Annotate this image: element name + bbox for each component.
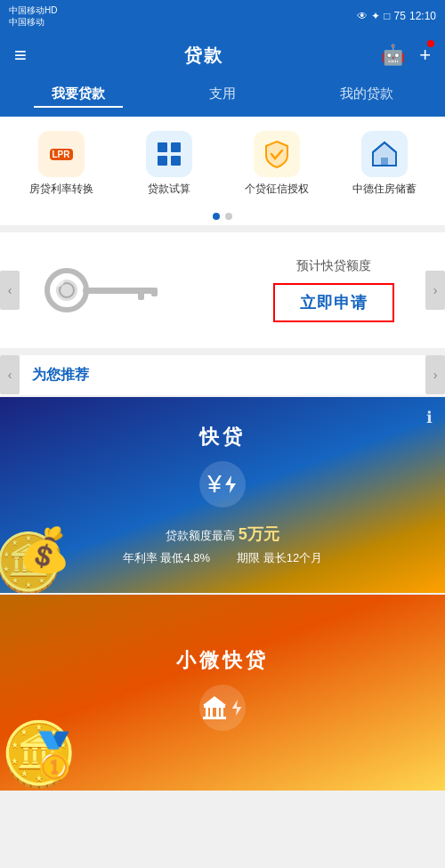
bank-icon-row bbox=[199, 685, 246, 731]
header: ≡ 贷款 🤖 + bbox=[0, 32, 445, 78]
nav-arrow-right[interactable]: › bbox=[425, 271, 445, 310]
svg-rect-18 bbox=[216, 708, 219, 717]
coin-decoration: 🪙 💰 bbox=[0, 486, 107, 593]
nfc-icon: □ bbox=[384, 10, 390, 22]
service-icon-fangdai: LPR bbox=[38, 131, 85, 177]
loan-card-bg-kuai: 🪙 💰 ℹ 快贷 ¥ 贷款额度最高 5万元 年利率 最低4.8% 期限 最 bbox=[0, 397, 445, 593]
svg-rect-6 bbox=[381, 158, 388, 166]
loan-card-title-kuai: 快贷 bbox=[199, 424, 246, 450]
coin-deco-xiaowei: 🪙 🥇 bbox=[0, 684, 107, 791]
coins2-icon: 🥇 bbox=[27, 730, 82, 782]
plus-button[interactable]: + bbox=[419, 44, 431, 67]
estimate-label: 预计快贷额度 bbox=[296, 258, 371, 274]
status-bar: 中国移动HD 中国移动 👁 ✦ □ 75 12:10 bbox=[0, 0, 445, 32]
svg-rect-19 bbox=[221, 708, 223, 717]
svg-rect-11 bbox=[151, 288, 158, 296]
svg-rect-0 bbox=[158, 142, 167, 152]
service-daikuansuansuan[interactable]: 贷款试算 bbox=[121, 131, 215, 197]
rate-label: 年利率 最低4.8% bbox=[123, 550, 210, 566]
grid-icon bbox=[156, 141, 182, 167]
estimate-illustration bbox=[0, 232, 222, 348]
lightning-icon bbox=[223, 475, 238, 493]
carrier1-label: 中国移动HD bbox=[9, 4, 57, 16]
bank-lightning-icon bbox=[230, 700, 244, 716]
estimate-section: ‹ 预计快贷额度 立即申请 › bbox=[0, 232, 445, 348]
svg-rect-16 bbox=[206, 708, 208, 717]
page-title: 贷款 bbox=[184, 44, 223, 68]
service-icon-zhongde bbox=[361, 131, 408, 177]
recommend-bar: ‹ 为您推荐 › bbox=[0, 355, 445, 395]
svg-rect-1 bbox=[171, 142, 181, 152]
bank-icon bbox=[199, 685, 246, 731]
services-section: LPR 房贷利率转换 贷款试算 bbox=[0, 117, 445, 204]
loan-card-title-xiaowei: 小微快贷 bbox=[176, 647, 269, 674]
service-zhongde[interactable]: 中德住房储蓄 bbox=[336, 131, 431, 197]
nav-arrow-left[interactable]: ‹ bbox=[0, 271, 20, 310]
loan-info-row: 贷款额度最高 5万元 bbox=[166, 523, 279, 545]
dot-1 bbox=[213, 213, 220, 220]
tab-wo-yao-daikuan[interactable]: 我要贷款 bbox=[34, 82, 123, 108]
service-fangdai[interactable]: LPR 房贷利率转换 bbox=[13, 131, 108, 197]
loan-card-xiaowei: 🪙 🥇 小微快贷 bbox=[0, 595, 445, 791]
robot-icon[interactable]: 🤖 bbox=[381, 44, 405, 67]
loan-card-bg-xiaowei: 🪙 🥇 小微快贷 bbox=[0, 595, 445, 791]
eye-icon: 👁 bbox=[357, 10, 368, 22]
bank-building-icon bbox=[201, 694, 228, 721]
service-label-zhengxin: 个贷征信授权 bbox=[245, 183, 309, 197]
dollar-bag-icon: 💰 bbox=[18, 525, 71, 575]
dot-2 bbox=[225, 213, 232, 220]
svg-rect-15 bbox=[204, 705, 225, 708]
header-actions: 🤖 + bbox=[381, 44, 431, 67]
notification-dot bbox=[427, 40, 434, 47]
bluetooth-icon: ✦ bbox=[371, 10, 380, 22]
tab-bar: 我要贷款 支用 我的贷款 bbox=[0, 78, 445, 117]
recommend-arrow-left[interactable]: ‹ bbox=[0, 355, 20, 394]
service-label-zhongde: 中德住房储蓄 bbox=[352, 183, 417, 197]
carrier-info: 中国移动HD 中国移动 bbox=[9, 4, 57, 28]
battery-icon: 75 bbox=[394, 10, 406, 22]
info-button[interactable]: ℹ bbox=[426, 408, 433, 427]
svg-marker-14 bbox=[225, 475, 236, 493]
lpr-badge: LPR bbox=[50, 149, 73, 160]
loan-icon-row: ¥ bbox=[199, 461, 246, 507]
loan-info-row2: 年利率 最低4.8% 期限 最长12个月 bbox=[123, 550, 322, 566]
tab-wo-de-daikuan[interactable]: 我的贷款 bbox=[322, 82, 411, 108]
service-label-daikuan: 贷款试算 bbox=[148, 183, 190, 197]
status-right: 👁 ✦ □ 75 12:10 bbox=[357, 10, 436, 22]
check-shield-icon bbox=[263, 140, 291, 168]
time-label: 12:10 bbox=[409, 10, 436, 22]
svg-marker-22 bbox=[232, 700, 242, 716]
svg-marker-21 bbox=[203, 696, 226, 705]
service-label-fangdai: 房贷利率转换 bbox=[29, 183, 93, 197]
services-grid: LPR 房贷利率转换 贷款试算 bbox=[7, 131, 438, 197]
amount-value: 5万元 bbox=[239, 525, 279, 543]
loan-card-kuai: 🪙 💰 ℹ 快贷 ¥ 贷款额度最高 5万元 年利率 最低4.8% 期限 最 bbox=[0, 397, 445, 593]
menu-icon[interactable]: ≡ bbox=[14, 43, 27, 68]
period-label: 期限 最长12个月 bbox=[237, 550, 322, 566]
key-svg bbox=[40, 264, 182, 317]
apply-button[interactable]: 立即申请 bbox=[273, 283, 394, 322]
svg-rect-17 bbox=[210, 708, 213, 717]
tab-zhiyong[interactable]: 支用 bbox=[191, 82, 254, 108]
carousel-dots bbox=[0, 204, 445, 225]
service-zhengxin[interactable]: 个贷征信授权 bbox=[229, 131, 323, 197]
amount-label: 贷款额度最高 5万元 bbox=[166, 523, 279, 545]
house-icon bbox=[370, 140, 399, 168]
svg-rect-10 bbox=[138, 288, 144, 300]
service-icon-daikuan bbox=[146, 131, 192, 177]
svg-rect-20 bbox=[203, 717, 226, 719]
recommend-arrow-right[interactable]: › bbox=[425, 355, 445, 394]
service-icon-zhengxin bbox=[254, 131, 300, 177]
estimate-action: 预计快贷额度 立即申请 bbox=[222, 232, 445, 348]
carrier2-label: 中国移动 bbox=[9, 16, 57, 28]
svg-rect-3 bbox=[171, 156, 181, 166]
svg-rect-2 bbox=[158, 156, 167, 166]
recommend-title: 为您推荐 bbox=[32, 366, 89, 385]
yuan-lightning-icon: ¥ bbox=[199, 461, 246, 507]
